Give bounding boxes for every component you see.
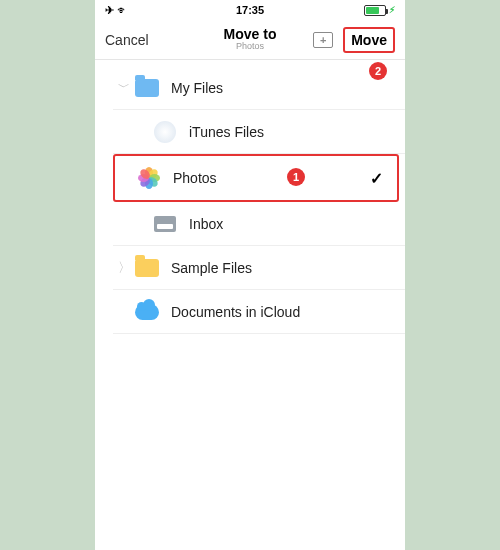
checkmark-icon: ✓: [370, 169, 383, 188]
status-bar: ✈ ᯤ 17:35 ⚡︎: [95, 0, 405, 20]
row-itunes-files[interactable]: iTunes Files: [113, 110, 405, 154]
status-time: 17:35: [236, 4, 264, 16]
wifi-icon: ᯤ: [117, 4, 128, 16]
plus-icon: +: [320, 34, 326, 46]
folder-icon: [135, 259, 159, 277]
itunes-icon: [154, 121, 176, 143]
row-icloud[interactable]: Documents in iCloud: [113, 290, 405, 334]
row-inbox[interactable]: Inbox: [113, 202, 405, 246]
cancel-button[interactable]: Cancel: [105, 32, 149, 48]
folder-list: ﹀ My Files iTunes Files Photos ✓ 1 Inbox…: [95, 66, 405, 334]
row-label: Documents in iCloud: [171, 304, 391, 320]
chevron-down-icon[interactable]: ﹀: [115, 79, 133, 96]
nav-title: Move to: [224, 27, 277, 42]
photos-icon: [138, 167, 160, 189]
battery-icon: [364, 5, 386, 16]
row-label: Photos: [173, 170, 370, 186]
folder-icon: [135, 79, 159, 97]
row-my-files[interactable]: ﹀ My Files: [113, 66, 405, 110]
move-button[interactable]: Move: [343, 27, 395, 53]
charging-icon: ⚡︎: [389, 5, 395, 15]
nav-bar: Cancel Move to Photos + Move 2: [95, 20, 405, 60]
row-label: My Files: [171, 80, 391, 96]
row-label: Inbox: [189, 216, 391, 232]
row-label: iTunes Files: [189, 124, 391, 140]
new-folder-icon[interactable]: +: [313, 32, 333, 48]
nav-subtitle: Photos: [224, 42, 277, 52]
airplane-icon: ✈: [105, 4, 114, 17]
row-label: Sample Files: [171, 260, 391, 276]
row-sample-files[interactable]: 〉 Sample Files: [113, 246, 405, 290]
icloud-icon: [135, 304, 159, 320]
row-photos[interactable]: Photos ✓: [115, 156, 397, 200]
selected-row-highlight: Photos ✓ 1: [113, 154, 399, 202]
phone-frame: ✈ ᯤ 17:35 ⚡︎ Cancel Move to Photos + Mov…: [95, 0, 405, 550]
inbox-icon: [154, 216, 176, 232]
annotation-badge-1: 1: [287, 168, 305, 186]
chevron-right-icon[interactable]: 〉: [115, 259, 133, 277]
annotation-badge-2: 2: [369, 62, 387, 80]
